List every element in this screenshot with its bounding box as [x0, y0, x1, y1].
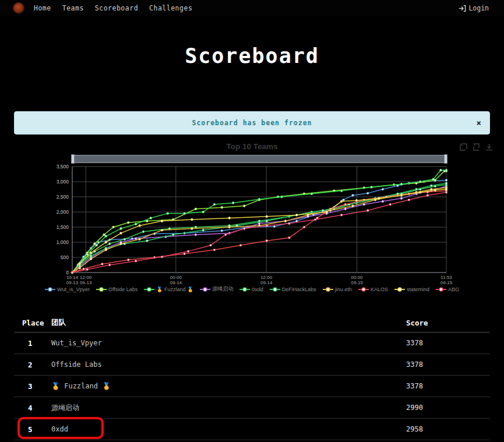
page-title: Scoreboard — [0, 44, 504, 68]
table-row: 50xdd2958 — [14, 419, 490, 440]
col-header-score: Score — [406, 313, 490, 333]
legend-label: Offside Labs — [108, 287, 138, 292]
site-logo-icon[interactable] — [13, 2, 24, 14]
nav-item-teams[interactable]: Teams — [62, 4, 84, 12]
legend-marker-icon — [323, 287, 333, 292]
legend-marker-icon — [270, 287, 280, 292]
scoreboard-page: Home Teams Scoreboard Challenges Login S… — [0, 0, 504, 442]
legend-label: statemind — [407, 287, 429, 292]
svg-text:09-15: 09-15 — [440, 280, 453, 284]
svg-text:09-13: 09-13 — [80, 280, 92, 284]
table-row: 1Wut_is_Vpyer3378 — [14, 333, 490, 354]
table-header-row: Place 团队 Score — [14, 313, 490, 333]
cell-score: 3378 — [406, 376, 490, 397]
svg-text:3,000: 3,000 — [57, 179, 69, 185]
svg-text:00:00: 00:00 — [170, 275, 182, 280]
legend-item[interactable]: jinu.eth — [323, 285, 352, 293]
legend-marker-icon — [239, 287, 250, 292]
restore-icon[interactable] — [472, 143, 481, 151]
svg-text:09-13: 09-13 — [66, 280, 79, 284]
nav-item-scoreboard[interactable]: Scoreboard — [95, 4, 138, 12]
cell-place: 4 — [14, 397, 51, 419]
legend-marker-icon — [144, 287, 154, 292]
sign-in-icon — [459, 5, 466, 12]
svg-text:1,500: 1,500 — [57, 224, 69, 230]
legend-item[interactable]: 源绳启动 — [200, 285, 233, 293]
legend-label: 🥇 Fuzzland 🥇 — [156, 287, 193, 292]
legend-label: DeFiHackLabs — [282, 287, 316, 292]
datazoom-slider[interactable] — [72, 155, 446, 163]
score-chart-canvas[interactable]: 05001,0001,5002,0002,5003,0003,50010:140… — [14, 164, 490, 284]
nav-links: Home Teams Scoreboard Challenges — [34, 4, 192, 12]
datazoom-handle-right[interactable] — [444, 154, 447, 164]
cell-place: 3 — [14, 376, 51, 397]
cell-team-name[interactable]: 0xdd — [51, 419, 406, 440]
navbar: Home Teams Scoreboard Challenges Login — [0, 0, 504, 16]
svg-text:09-15: 09-15 — [351, 280, 363, 284]
cell-place: 2 — [14, 354, 51, 376]
svg-text:3,500: 3,500 — [57, 164, 69, 169]
legend-item[interactable]: statemind — [394, 285, 429, 293]
svg-text:500: 500 — [61, 254, 69, 260]
chart-title: Top 10 Teams — [14, 142, 490, 151]
svg-text:1,000: 1,000 — [57, 239, 69, 245]
legend-label: jinu.eth — [335, 287, 352, 292]
score-graph-section: Top 10 Teams 05001,0001,5002,0 — [14, 140, 490, 296]
datazoom-handle-left[interactable] — [71, 154, 75, 164]
svg-text:11:53: 11:53 — [440, 275, 452, 280]
table-row: 4源绳启动2990 — [14, 397, 490, 419]
scoreboard-table: Place 团队 Score 1Wut_is_Vpyer33782Offside… — [14, 313, 490, 440]
cell-score: 3378 — [406, 354, 490, 376]
alert-close-button[interactable]: × — [477, 119, 481, 127]
svg-text:09-14: 09-14 — [170, 280, 182, 284]
cell-team-name[interactable]: 源绳启动 — [51, 397, 406, 419]
chart-legend: Wut_is_VpyerOffside Labs🥇 Fuzzland 🥇源绳启动… — [14, 285, 490, 293]
cell-team-name[interactable]: 🥇 Fuzzland 🥇 — [51, 376, 406, 397]
legend-label: Wut_is_Vpyer — [57, 287, 90, 292]
svg-text:09-14: 09-14 — [260, 280, 273, 284]
chart-toolbox — [459, 143, 494, 151]
table-row: 2Offside Labs3378 — [14, 354, 490, 376]
cell-team-name[interactable]: Wut_is_Vpyer — [51, 333, 406, 354]
cell-team-name[interactable]: Offside Labs — [51, 354, 406, 376]
legend-marker-icon — [358, 287, 369, 292]
col-header-place: Place — [14, 313, 51, 333]
login-link[interactable]: Login — [459, 4, 489, 12]
nav-item-home[interactable]: Home — [34, 4, 51, 12]
cell-score: 2990 — [406, 397, 490, 419]
svg-text:00:00: 00:00 — [351, 275, 364, 280]
alert-message: Scoreboard has been frozen — [192, 119, 312, 127]
cell-place: 1 — [14, 333, 51, 354]
legend-label: KALOS — [371, 287, 388, 292]
svg-text:12:00: 12:00 — [260, 275, 273, 280]
nav-item-challenges[interactable]: Challenges — [149, 4, 192, 12]
legend-marker-icon — [436, 287, 446, 292]
legend-item[interactable]: KALOS — [358, 285, 388, 293]
login-label: Login — [468, 4, 489, 12]
svg-text:10:14: 10:14 — [66, 275, 79, 280]
legend-marker-icon — [45, 287, 55, 292]
legend-marker-icon — [394, 287, 405, 292]
legend-item[interactable]: ABG — [436, 285, 459, 293]
legend-label: 0xdd — [252, 287, 263, 292]
legend-item[interactable]: 0xdd — [239, 285, 263, 293]
legend-item[interactable]: 🥇 Fuzzland 🥇 — [144, 285, 193, 293]
cell-place: 5 — [14, 419, 51, 440]
scoreboard-table-wrap: Place 团队 Score 1Wut_is_Vpyer33782Offside… — [14, 313, 490, 440]
legend-item[interactable]: Offside Labs — [96, 285, 138, 293]
frozen-alert: Scoreboard has been frozen × — [14, 111, 490, 135]
legend-marker-icon — [96, 287, 107, 292]
svg-text:12:00: 12:00 — [80, 275, 92, 280]
legend-label: ABG — [448, 287, 459, 292]
legend-marker-icon — [200, 287, 210, 292]
svg-text:2,500: 2,500 — [57, 194, 69, 200]
cell-score: 2958 — [406, 419, 490, 440]
legend-item[interactable]: Wut_is_Vpyer — [45, 285, 90, 293]
svg-text:2,000: 2,000 — [57, 209, 69, 215]
legend-label: 源绳启动 — [212, 285, 233, 293]
save-image-icon[interactable] — [485, 143, 494, 151]
cell-score: 3378 — [406, 333, 490, 354]
data-zoom-icon[interactable] — [459, 143, 468, 151]
legend-item[interactable]: DeFiHackLabs — [270, 285, 316, 293]
table-row: 3🥇 Fuzzland 🥇3378 — [14, 376, 490, 397]
